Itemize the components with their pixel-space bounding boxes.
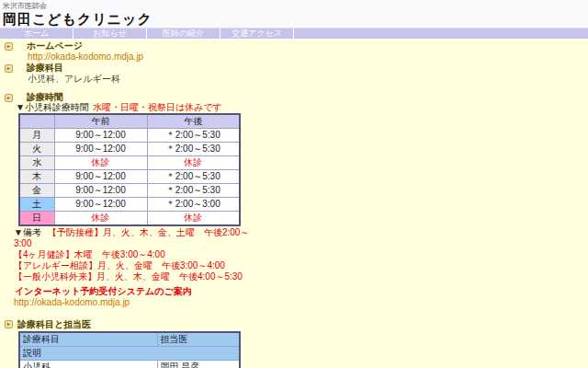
section-heading-departments: ▸ 診療科目 — [0, 63, 588, 74]
schedule-row: 月 9:00～12:00 ＊2:00～5:30 — [19, 129, 240, 143]
schedule-col-header-am: 午前 — [54, 114, 147, 129]
section-bullet-icon: ▸ — [5, 64, 13, 73]
remark-line: 【アレルギー相談】月、火、金曜 午後3:00～4:00 — [14, 260, 588, 271]
doctor-cell: 岡田 昌彦 — [157, 361, 240, 368]
day-cell: 火 — [19, 143, 54, 156]
remark-line: 【一般小児科外来】月、火、木、金曜 午後4:00～5:30 — [14, 271, 588, 282]
schedule-table: 午前 午後 月 9:00～12:00 ＊2:00～5:30 火 9:00～12:… — [18, 113, 241, 226]
site-header: 米沢市医師会 岡田こどもクリニック — [0, 0, 588, 28]
day-cell: 土 — [19, 198, 54, 212]
nav-tab[interactable]: 医師の紹介 — [147, 29, 220, 39]
day-cell: 月 — [19, 129, 54, 143]
doctors-row: 小児科 岡田 昌彦 — [19, 361, 240, 368]
departments-heading: 診療科目 — [27, 63, 63, 74]
doctors-subheader-row: 説明 — [19, 347, 240, 361]
homepage-url-link[interactable]: http://okada-kodomo.mdja.jp — [28, 52, 143, 62]
pm-time-cell: ＊2:00～5:30 — [147, 170, 240, 184]
departments-body: 小児科、アレルギー科 — [28, 74, 588, 85]
doctors-subheader-cell: 説明 — [19, 347, 240, 361]
nav-tab[interactable]: ホーム — [0, 29, 74, 39]
association-name: 米沢市医師会 — [3, 2, 588, 10]
doctors-heading-text: 診療科目と担当医 — [17, 319, 91, 330]
pm-time-cell: ＊2:00～5:30 — [147, 184, 240, 198]
hours-subtitle-note: 水曜・日曜・祝祭日は休みです — [93, 102, 222, 112]
schedule-header-row: 午前 午後 — [19, 114, 240, 129]
section-heading-doctors: ▸ 診療科目と担当医 — [0, 318, 588, 330]
clinic-title: 岡田こどもクリニック — [3, 11, 588, 29]
am-time-cell: 休診 — [54, 212, 147, 226]
hours-subtitle-prefix: ▼小児科診療時間 — [16, 102, 89, 112]
remark-text: 【一般小児科外来】月、火、木、金曜 午後4:00～5:30 — [14, 271, 243, 282]
am-time-cell: 9:00～12:00 — [54, 129, 147, 143]
schedule-corner-cell — [19, 114, 54, 129]
am-time-cell: 9:00～12:00 — [54, 170, 147, 184]
am-time-cell: 休診 — [54, 156, 147, 170]
pm-time-cell: ＊2:00～3:00 — [147, 198, 240, 212]
reservation-url-link[interactable]: http://okada-kodomo.mdja.jp — [14, 297, 130, 307]
homepage-heading: ホームページ — [27, 40, 83, 52]
am-time-cell: 9:00～12:00 — [54, 198, 147, 212]
pm-time-cell: 休診 — [147, 212, 240, 226]
schedule-row: 火 9:00～12:00 ＊2:00～5:30 — [19, 143, 240, 156]
am-time-cell: 9:00～12:00 — [54, 143, 147, 156]
remark-text: 3:00 — [14, 238, 31, 248]
main-nav: ホーム お知らせ 医師の紹介 交通アクセス — [0, 28, 588, 39]
department-cell: 小児科 — [19, 361, 157, 368]
day-cell: 水 — [19, 156, 54, 170]
doctors-table: 診療科目 担当医 説明 小児科 岡田 昌彦 — [18, 331, 241, 368]
am-time-cell: 9:00～12:00 — [54, 184, 147, 198]
schedule-row: 木 9:00～12:00 ＊2:00～5:30 — [19, 170, 240, 184]
day-cell: 日 — [19, 212, 54, 226]
day-cell: 木 — [19, 170, 54, 184]
schedule-col-header-pm: 午後 — [147, 114, 240, 129]
reservation-heading: インターネット予約受付システムのご案内 — [15, 286, 588, 297]
pm-time-cell: ＊2:00～5:30 — [147, 143, 240, 156]
doctors-col-header-doctor: 担当医 — [157, 332, 240, 347]
schedule-row: 水 休診 休診 — [19, 156, 240, 170]
remark-text: 【アレルギー相談】月、火、金曜 午後3:00～4:00 — [14, 260, 225, 270]
pm-time-cell: ＊2:00～5:30 — [147, 129, 240, 143]
remark-line: ▼備考【予防接種】月、火、木、金、土曜 午後2:00～ — [14, 227, 588, 238]
page: 米沢市医師会 岡田こどもクリニック ホーム お知らせ 医師の紹介 交通アクセス … — [0, 0, 588, 368]
remark-line: 3:00 — [14, 238, 588, 249]
schedule-row: 土 9:00～12:00 ＊2:00～3:00 — [19, 198, 240, 212]
hours-subtitle: ▼小児科診療時間水曜・日曜・祝祭日は休みです — [16, 103, 588, 112]
section-bullet-icon: ▸ — [5, 42, 13, 51]
section-bullet-icon: ▸ — [5, 320, 13, 328]
remark-text: 【予防接種】月、火、木、金、土曜 午後2:00～ — [48, 227, 249, 237]
content-area: ▸ ホームページ http://okada-kodomo.mdja.jp ▸ 診… — [0, 39, 588, 368]
nav-tab[interactable]: 交通アクセス — [220, 29, 294, 39]
homepage-url-line: http://okada-kodomo.mdja.jp — [28, 52, 588, 63]
doctors-col-header-department: 診療科目 — [19, 332, 157, 347]
section-heading-homepage: ▸ ホームページ — [0, 40, 588, 52]
nav-tab[interactable]: お知らせ — [74, 29, 147, 39]
doctors-header-row: 診療科目 担当医 — [19, 332, 240, 347]
section-bullet-icon: ▸ — [5, 94, 13, 102]
schedule-row: 日 休診 休診 — [19, 212, 240, 226]
hours-remarks: ▼備考【予防接種】月、火、木、金、土曜 午後2:00～ 3:00 【4ヶ月健診】… — [14, 227, 588, 282]
day-cell: 金 — [19, 184, 54, 198]
remark-text: 【4ヶ月健診】木曜 午後3:00～4:00 — [14, 249, 165, 259]
remark-line: 【4ヶ月健診】木曜 午後3:00～4:00 — [14, 249, 588, 260]
remark-prefix: ▼備考 — [14, 227, 41, 237]
pm-time-cell: 休診 — [147, 156, 240, 170]
schedule-row: 金 9:00～12:00 ＊2:00～5:30 — [19, 184, 240, 198]
reservation-url-line: http://okada-kodomo.mdja.jp — [14, 297, 588, 308]
